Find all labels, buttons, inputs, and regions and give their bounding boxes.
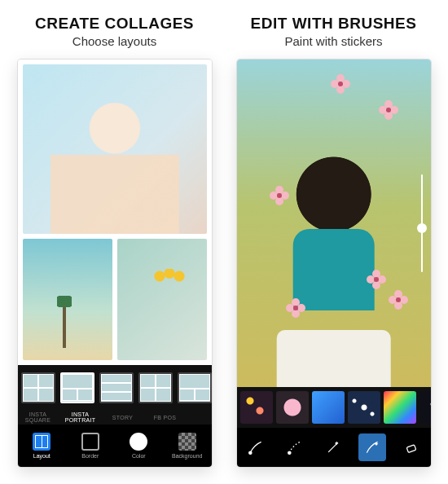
svg-point-29 <box>396 297 401 302</box>
layout-icon <box>33 433 51 451</box>
svg-point-14 <box>277 193 282 198</box>
collage-subtitle: Choose layouts <box>72 34 156 48</box>
brush-sticker-button[interactable] <box>358 433 386 461</box>
sticker-pack-bokeh-stars[interactable] <box>240 391 273 424</box>
flower-sticker-icon <box>389 290 408 310</box>
sticker-pack-blue-glow[interactable] <box>312 391 345 424</box>
photo-content <box>63 299 66 348</box>
sticker-pack-sparkles[interactable] <box>348 391 380 424</box>
tool-border[interactable]: Border <box>66 433 115 459</box>
svg-point-31 <box>288 451 291 454</box>
collage-title: CREATE COLLAGES <box>35 15 194 33</box>
svg-point-30 <box>249 451 252 454</box>
svg-point-18 <box>367 275 375 284</box>
format-label[interactable]: FB POS <box>147 415 184 420</box>
svg-point-13 <box>270 191 278 200</box>
collage-bottom-row <box>23 239 207 360</box>
collage-cell-bottom-left[interactable] <box>23 239 112 360</box>
tool-label: Background <box>172 453 202 459</box>
magic-wand-icon <box>325 439 341 455</box>
svg-point-4 <box>338 81 343 86</box>
format-label[interactable]: STORY <box>104 415 142 420</box>
photo-content <box>153 269 186 284</box>
layout-option-fb-post[interactable] <box>138 372 173 403</box>
sticker-brush-icon <box>364 439 380 455</box>
tool-label: Layout <box>33 453 51 459</box>
border-icon <box>81 433 99 451</box>
svg-point-9 <box>386 108 391 112</box>
photo-content <box>50 102 178 234</box>
eraser-button[interactable] <box>397 433 425 461</box>
tool-label: Border <box>81 453 99 459</box>
collage-bottom-toolbar: Layout Border Color Background <box>18 425 212 467</box>
flower-sticker-icon <box>367 270 386 289</box>
brush-title: EDIT WITH BRUSHES <box>251 15 417 33</box>
brush-size-slider-thumb[interactable] <box>417 223 427 233</box>
collage-cell-bottom-right[interactable] <box>117 239 207 360</box>
svg-point-3 <box>331 80 339 88</box>
brush-magic-button[interactable] <box>319 433 347 461</box>
svg-point-23 <box>286 304 294 312</box>
sticker-pack-pink-flowers[interactable] <box>276 391 309 424</box>
background-icon <box>178 433 196 451</box>
brush-toolbar <box>237 428 431 467</box>
eraser-icon <box>403 439 419 455</box>
layout-thumbnail-strip[interactable] <box>18 365 212 410</box>
tool-label: Color <box>132 453 146 459</box>
sticker-pack-strip[interactable] <box>237 387 431 428</box>
collage-phone-frame: INSTA SQUARE INSTA PORTRAIT STORY FB POS… <box>18 59 212 467</box>
format-label[interactable]: INSTA SQUARE <box>20 411 57 423</box>
brush-dotted-button[interactable] <box>281 433 309 461</box>
svg-point-8 <box>379 106 387 114</box>
flower-sticker-icon <box>331 74 350 94</box>
brush-simple-button[interactable] <box>242 433 270 461</box>
brush-feature-panel: EDIT WITH BRUSHES Paint with stickers <box>231 15 437 469</box>
layout-option-insta-square[interactable] <box>21 372 55 403</box>
collage-canvas[interactable] <box>18 59 212 365</box>
flower-sticker-icon <box>379 100 398 120</box>
brush-phone-frame <box>237 59 431 467</box>
brush-canvas[interactable] <box>237 59 431 387</box>
sticker-pack-rainbow[interactable] <box>384 391 416 424</box>
color-icon <box>130 433 147 451</box>
flower-sticker-icon <box>286 298 305 318</box>
tool-color[interactable]: Color <box>115 433 164 459</box>
layout-option-story[interactable] <box>99 372 134 403</box>
layout-option-extra[interactable] <box>178 372 212 403</box>
collage-cell-main[interactable] <box>23 64 207 234</box>
layout-option-insta-portrait[interactable] <box>60 372 94 403</box>
svg-rect-32 <box>406 445 416 453</box>
format-label[interactable]: INSTA PORTRAIT <box>62 411 99 423</box>
svg-point-28 <box>389 296 397 304</box>
svg-point-19 <box>374 277 379 282</box>
brush-subtitle: Paint with stickers <box>284 34 382 48</box>
tool-background[interactable]: Background <box>163 433 212 459</box>
sticker-pack-night-stars[interactable] <box>419 391 431 424</box>
brush-icon <box>248 439 264 455</box>
svg-point-24 <box>293 306 298 310</box>
tool-layout[interactable]: Layout <box>18 433 67 459</box>
layout-format-labels: INSTA SQUARE INSTA PORTRAIT STORY FB POS <box>18 410 212 425</box>
collage-feature-panel: CREATE COLLAGES Choose layouts <box>11 15 217 469</box>
brush-dotted-icon <box>287 439 303 455</box>
flower-sticker-icon <box>270 186 289 205</box>
